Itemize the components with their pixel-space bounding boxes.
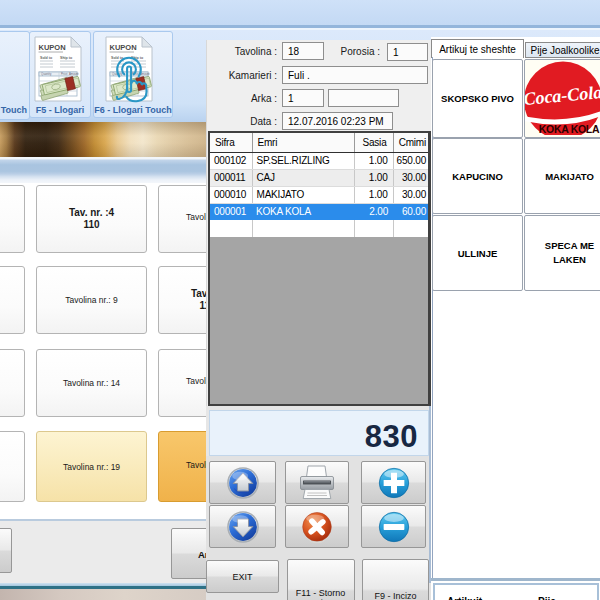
- svg-text:Sold to: Sold to: [40, 56, 53, 60]
- svg-text:Quantity: Quantity: [41, 72, 52, 76]
- svg-text:Ship to: Ship to: [60, 56, 73, 60]
- svg-text:KUPON: KUPON: [39, 43, 66, 52]
- svg-text:Amount: Amount: [69, 72, 79, 76]
- svg-text:KOKA KOLA: KOKA KOLA: [539, 123, 600, 135]
